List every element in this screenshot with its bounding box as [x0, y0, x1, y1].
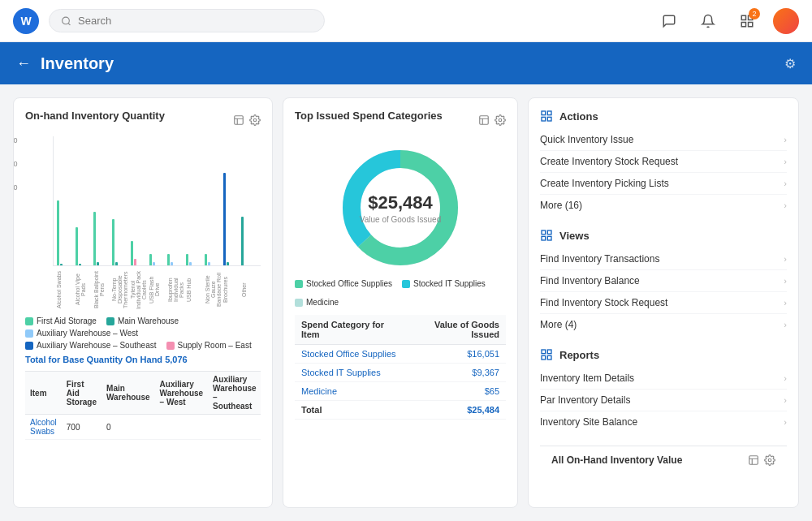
left-panel-header: On-hand Inventory Quantity: [25, 110, 261, 130]
chevron-right-icon: ›: [784, 135, 787, 144]
spend-row-link[interactable]: Medicine: [295, 382, 404, 401]
svg-rect-3: [741, 22, 745, 26]
views-icon: [540, 229, 553, 242]
reports-icon: [540, 348, 553, 361]
spend-total-row: Total $25,484: [295, 401, 506, 420]
view-more[interactable]: More (4) ›: [540, 314, 787, 335]
search-bar[interactable]: [49, 9, 325, 32]
left-panel: On-hand Inventory Quantity 0200400600800…: [13, 97, 273, 508]
col-first-aid: First Aid Storage: [62, 372, 102, 415]
svg-rect-17: [542, 230, 546, 235]
chat-icon-button[interactable]: [656, 8, 682, 34]
user-avatar[interactable]: [773, 8, 799, 34]
notification-badge: 2: [749, 8, 760, 19]
svg-rect-25: [749, 456, 758, 465]
chevron-right-icon: ›: [784, 298, 787, 308]
donut-value: $25,484: [360, 192, 441, 213]
reports-section: Reports Inventory Item Details › Par Inv…: [540, 348, 787, 433]
settings-icon-bottom[interactable]: [764, 454, 775, 466]
right-panel: Actions Quick Inventory Issue › Create I…: [528, 97, 799, 508]
bottom-bar-icons: [748, 454, 775, 466]
item-link[interactable]: Alcohol Swabs: [25, 415, 62, 440]
bell-icon-button[interactable]: [695, 8, 721, 34]
spend-row-link[interactable]: Stocked IT Supplies: [295, 364, 404, 382]
chat-icon: [662, 14, 676, 28]
table-icon-bottom[interactable]: [748, 454, 759, 466]
table-row: Medicine $65: [295, 382, 506, 401]
action-create-stock-request[interactable]: Create Inventory Stock Request ›: [540, 151, 787, 173]
chevron-right-icon: ›: [784, 395, 787, 405]
bottom-bar: All On-Hand Inventory Value: [540, 446, 787, 474]
nav-icons: 2: [656, 8, 799, 34]
col-aux-se: Auxiliary Warehouse – Southeast: [208, 372, 261, 415]
report-item-details[interactable]: Inventory Item Details ›: [540, 368, 787, 390]
gear-icon-button[interactable]: ⚙: [784, 56, 796, 71]
col-value-issued: Value of Goods Issued: [404, 315, 506, 345]
bottom-bar-label: All On-Hand Inventory Value: [551, 454, 682, 466]
reports-header: Reports: [540, 348, 787, 361]
donut-chart-wrapper: $25,484 Value of Goods Issued: [295, 143, 506, 273]
view-find-transactions[interactable]: Find Inventory Transactions ›: [540, 248, 787, 270]
bar-chart-area: 02004006008001,0001,2001,400: [25, 136, 261, 310]
inventory-mini-table: Item First Aid Storage Main Warehouse Au…: [25, 371, 261, 440]
table-row: Alcohol Swabs 700 0: [25, 415, 261, 440]
svg-rect-19: [542, 236, 546, 240]
views-header: Views: [540, 229, 787, 242]
left-panel-icons: [233, 114, 261, 126]
svg-point-8: [499, 118, 502, 122]
action-quick-inventory[interactable]: Quick Inventory Issue ›: [540, 129, 787, 151]
actions-header: Actions: [540, 110, 787, 123]
svg-rect-24: [547, 355, 551, 360]
total-line: Total for Base Quantity On Hand 5,076: [25, 355, 261, 364]
svg-rect-13: [542, 111, 546, 115]
view-find-balance[interactable]: Find Inventory Balance ›: [540, 270, 787, 292]
donut-label: Value of Goods Issued: [360, 215, 441, 224]
view-find-stock-request[interactable]: Find Inventory Stock Request ›: [540, 292, 787, 314]
search-input[interactable]: [78, 15, 313, 27]
search-icon: [61, 15, 71, 27]
col-main: Main Warehouse: [102, 372, 155, 415]
svg-point-6: [253, 118, 257, 122]
svg-point-0: [63, 17, 70, 24]
middle-panel-icons: [478, 114, 506, 126]
chevron-right-icon: ›: [784, 373, 787, 383]
table-row: Stocked IT Supplies $9,367: [295, 364, 506, 382]
top-nav: W 2: [0, 0, 812, 42]
middle-panel: Top Issued Spend Categories $25: [283, 97, 518, 508]
svg-rect-14: [547, 111, 551, 115]
svg-rect-21: [542, 350, 546, 354]
svg-rect-15: [542, 117, 546, 121]
page-header: ← Inventory ⚙: [0, 42, 812, 84]
chevron-right-icon: ›: [784, 157, 787, 166]
back-button[interactable]: ←: [16, 55, 31, 72]
table-icon[interactable]: [233, 114, 244, 126]
total-value: 5,076: [165, 355, 188, 364]
svg-point-26: [768, 459, 771, 462]
col-aux-west: Auxiliary Warehouse – West: [155, 372, 209, 415]
spend-table: Spend Category for Item Value of Goods I…: [295, 315, 506, 420]
chart-legend: First Aid Storage Main Warehouse Auxilia…: [25, 316, 261, 350]
report-site-balance[interactable]: Inventory Site Balance ›: [540, 411, 787, 433]
left-panel-title: On-hand Inventory Quantity: [25, 110, 165, 122]
svg-rect-4: [749, 22, 753, 26]
bar-chart: [53, 136, 261, 266]
settings-icon-mid[interactable]: [495, 114, 506, 126]
settings-icon[interactable]: [249, 114, 261, 126]
col-spend-category: Spend Category for Item: [295, 315, 404, 345]
table-row: Stocked Office Supplies $16,051: [295, 345, 506, 364]
chevron-right-icon: ›: [784, 320, 787, 329]
spend-row-link[interactable]: Stocked Office Supplies: [295, 345, 404, 364]
apps-icon-button[interactable]: 2: [734, 8, 760, 34]
report-par-details[interactable]: Par Inventory Details ›: [540, 390, 787, 411]
chevron-right-icon: ›: [784, 200, 787, 210]
table-icon-mid[interactable]: [478, 114, 490, 126]
action-more[interactable]: More (16) ›: [540, 195, 787, 216]
logo[interactable]: W: [13, 8, 39, 34]
bell-icon: [701, 14, 715, 28]
chevron-right-icon: ›: [784, 276, 787, 286]
bar-labels: Alcohol Swabs Alcohol Vipe Pads Black Ba…: [53, 269, 261, 310]
svg-rect-22: [547, 350, 551, 354]
actions-icon: [540, 110, 553, 123]
action-create-picking-lists[interactable]: Create Inventory Picking Lists ›: [540, 173, 787, 195]
svg-rect-7: [480, 115, 489, 124]
